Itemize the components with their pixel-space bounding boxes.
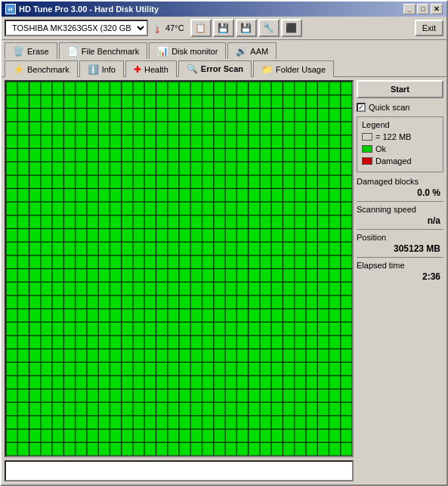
separator-3 [357, 257, 443, 258]
grid-area [5, 80, 354, 481]
tab-benchmark-label: Benchmark [27, 65, 70, 74]
benchmark-icon: ⚡ [13, 64, 24, 75]
position-label: Position [357, 233, 443, 242]
legend-title: Legend [362, 120, 438, 129]
legend-ok-color [362, 145, 372, 153]
toolbar-icon-5: ⬛ [286, 23, 297, 33]
tab-disk-monitor[interactable]: 📊 Disk monitor [149, 42, 226, 59]
title-bar: H HD Tune Pro 3.00 - Hard Disk Utility _… [2, 2, 446, 17]
toolbar-icon-2: 💾 [218, 23, 229, 33]
disk-monitor-icon: 📊 [157, 46, 168, 57]
legend-block-label: = 122 MB [375, 132, 411, 141]
tab-error-scan-label: Error Scan [201, 64, 243, 73]
tab-file-benchmark[interactable]: 📄 File Benchmark [59, 42, 147, 59]
tab-aam-label: AAM [250, 47, 268, 56]
toolbar-icon-1: 📋 [195, 23, 206, 33]
progress-bar [5, 460, 354, 481]
quick-scan-checkbox[interactable]: ✓ [357, 103, 366, 112]
start-button[interactable]: Start [357, 80, 443, 98]
legend-damaged-item: Damaged [362, 156, 438, 166]
health-icon: ✚ [134, 64, 141, 75]
erase-icon: 🗑️ [13, 46, 24, 57]
app-icon: H [5, 4, 16, 14]
tab-file-benchmark-label: File Benchmark [82, 47, 139, 56]
close-button[interactable]: ✕ [431, 4, 443, 14]
legend-damaged-color [362, 157, 372, 165]
damaged-blocks-label: Damaged blocks [357, 177, 443, 186]
tab-folder-usage[interactable]: 📁 Folder Usage [253, 60, 334, 77]
toolbar-btn-5[interactable]: ⬛ [281, 19, 302, 37]
file-benchmark-icon: 📄 [67, 46, 79, 57]
tab-row-2: ⚡ Benchmark ℹ️ Info ✚ Health 🔍 Error Sca… [2, 58, 446, 76]
elapsed-time-label: Elapsed time [357, 261, 443, 270]
info-icon: ℹ️ [88, 64, 99, 75]
toolbar-btn-4[interactable]: 🔧 [258, 19, 280, 37]
tab-folder-usage-label: Folder Usage [276, 65, 326, 74]
elapsed-time-value: 2:36 [357, 271, 443, 282]
stats-area: Damaged blocks 0.0 % Scanning speed n/a … [357, 177, 443, 282]
legend-damaged-label: Damaged [375, 156, 412, 166]
tab-health[interactable]: ✚ Health [125, 60, 177, 77]
error-scan-icon: 🔍 [187, 63, 198, 74]
quick-scan-label: Quick scan [369, 103, 409, 112]
toolbar-btn-3[interactable]: 💾 [236, 19, 257, 37]
legend-block-item: = 122 MB [362, 132, 438, 141]
tab-info-label: Info [102, 65, 116, 74]
tab-erase[interactable]: 🗑️ Erase [5, 42, 57, 59]
legend-ok-item: Ok [362, 144, 438, 153]
tab-health-label: Health [144, 65, 168, 74]
maximize-button[interactable]: □ [417, 4, 429, 14]
exit-button[interactable]: Exit [415, 20, 443, 36]
tab-benchmark[interactable]: ⚡ Benchmark [5, 60, 78, 77]
toolbar-icon-4: 🔧 [263, 23, 274, 33]
title-bar-left: H HD Tune Pro 3.00 - Hard Disk Utility [5, 4, 159, 14]
damaged-blocks-value: 0.0 % [357, 187, 443, 198]
legend-box: Legend = 122 MB Ok Damaged [357, 116, 443, 172]
legend-block-color [362, 133, 372, 141]
legend-ok-label: Ok [375, 144, 386, 153]
right-panel: Start ✓ Quick scan Legend = 122 MB Ok Da… [357, 80, 443, 481]
aam-icon: 🔊 [236, 46, 247, 57]
toolbar-btn-1[interactable]: 📋 [190, 19, 212, 37]
toolbar-icon-3: 💾 [240, 23, 252, 33]
minimize-button[interactable]: _ [403, 4, 416, 14]
tab-error-scan[interactable]: 🔍 Error Scan [178, 60, 252, 77]
temperature-display: 🌡️ 47°C [151, 23, 184, 34]
main-content: Start ✓ Quick scan Legend = 122 MB Ok Da… [2, 76, 446, 484]
scanning-speed-value: n/a [357, 215, 443, 226]
quick-scan-row: ✓ Quick scan [357, 103, 443, 112]
separator-2 [357, 229, 443, 230]
tab-erase-label: Erase [27, 47, 49, 56]
scanning-speed-label: Scanning speed [357, 205, 443, 214]
main-window: H HD Tune Pro 3.00 - Hard Disk Utility _… [0, 0, 448, 486]
tab-row-1: 🗑️ Erase 📄 File Benchmark 📊 Disk monitor… [2, 40, 446, 58]
separator-1 [357, 201, 443, 202]
tab-aam[interactable]: 🔊 AAM [227, 42, 277, 59]
tab-info[interactable]: ℹ️ Info [79, 60, 124, 77]
window-title: HD Tune Pro 3.00 - Hard Disk Utility [19, 5, 159, 14]
toolbar-buttons: 📋 💾 💾 🔧 ⬛ [190, 19, 302, 37]
position-value: 305123 MB [357, 243, 443, 254]
window-controls: _ □ ✕ [403, 4, 443, 14]
toolbar-btn-2[interactable]: 💾 [213, 19, 234, 37]
thermometer-icon: 🌡️ [151, 23, 163, 34]
drive-selector[interactable]: TOSHIBA MK3263G5X (320 GB) [5, 20, 148, 36]
toolbar: TOSHIBA MK3263G5X (320 GB) 🌡️ 47°C 📋 💾 💾… [2, 17, 446, 40]
folder-usage-icon: 📁 [261, 64, 273, 75]
scan-grid-container [5, 80, 354, 457]
tab-disk-monitor-label: Disk monitor [171, 47, 218, 56]
temperature-value: 47°C [165, 23, 184, 33]
scan-grid-canvas [6, 82, 352, 456]
